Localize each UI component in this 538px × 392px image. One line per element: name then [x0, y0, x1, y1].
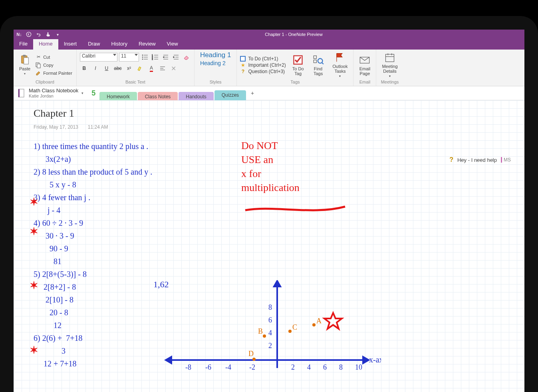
page-canvas[interactable]: Chapter 1 Friday, May 17, 201311:24 AM 1…	[14, 100, 524, 392]
handwriting-red-note: Do NOTUSE anx formultiplication	[241, 139, 300, 195]
eraser-icon[interactable]	[182, 53, 191, 62]
copy-icon	[35, 62, 42, 68]
align-icon[interactable]	[158, 64, 167, 73]
svg-rect-34	[386, 54, 394, 62]
ribbon: Paste ▾ ✂Cut Copy Format Painter Clipboa…	[14, 50, 524, 86]
underline-icon	[241, 204, 353, 216]
section-tabs: HomeworkClass NotesHandoutsQuizzes	[99, 86, 247, 100]
bullet-list-icon[interactable]	[141, 53, 149, 62]
svg-text:-8: -8	[185, 363, 191, 371]
meeting-details-button[interactable]: Meeting Details▾	[379, 51, 400, 79]
red-star-icon: ✶	[30, 279, 38, 292]
font-color-icon[interactable]: A	[147, 64, 156, 73]
tag-item-0[interactable]: To Do (Ctrl+1)	[240, 56, 286, 62]
page-datetime: Friday, May 17, 201311:24 AM	[34, 124, 118, 130]
title-bar: N↓ ▾ Chapter 1 - OneNote Preview	[14, 30, 524, 39]
notebook-selector[interactable]: Math Class Notebook Katie Jordan ▾	[14, 88, 87, 98]
italic-icon[interactable]: I	[91, 64, 100, 73]
red-star-icon: ✶	[30, 196, 38, 208]
svg-text:C: C	[292, 323, 297, 331]
add-section-button[interactable]: +	[247, 88, 258, 98]
envelope-icon	[359, 54, 370, 66]
svg-text:A: A	[316, 317, 322, 325]
menu-home[interactable]: Home	[33, 39, 58, 50]
handwriting-line: 5 x y - 8	[34, 180, 76, 189]
note-text: Hey - I need help	[457, 157, 497, 163]
svg-rect-39	[18, 89, 20, 97]
menu-history[interactable]: History	[106, 39, 133, 50]
menu-file[interactable]: File	[14, 39, 33, 50]
question-icon: ?	[449, 156, 453, 163]
scissors-icon: ✂	[35, 54, 42, 60]
outdent-icon[interactable]	[161, 53, 170, 62]
section-tab-quizzes[interactable]: Quizzes	[214, 90, 246, 101]
ribbon-group-styles: Heading 1 Heading 2 Styles	[195, 50, 237, 86]
number-list-icon[interactable]: 123	[151, 53, 160, 62]
email-page-button[interactable]: Email Page	[357, 54, 373, 77]
handwriting-line: 6) 2(6) + 7+18	[34, 334, 83, 343]
svg-text:B: B	[258, 327, 263, 335]
menu-draw[interactable]: Draw	[82, 39, 105, 50]
strike-icon[interactable]: abc	[113, 64, 122, 73]
subscript-icon[interactable]: x²	[125, 64, 133, 73]
notebook-user: Katie Jordan	[29, 94, 78, 98]
format-painter-button[interactable]: Format Painter	[34, 70, 73, 77]
outlook-tasks-button[interactable]: Outlook Tasks▾	[330, 51, 350, 79]
bold-icon[interactable]: B	[80, 64, 89, 73]
back-icon[interactable]	[26, 31, 32, 38]
page-header: Chapter 1 Friday, May 17, 201311:24 AM	[34, 107, 118, 130]
handwriting-line: 81	[34, 257, 62, 266]
svg-rect-5	[37, 64, 40, 68]
svg-text:-6: -6	[205, 363, 211, 371]
svg-text:-2: -2	[249, 363, 255, 371]
menu-insert[interactable]: Insert	[58, 39, 83, 50]
menu-review[interactable]: Review	[133, 39, 161, 50]
tag-item-2[interactable]: ?Question (Ctrl+3)	[240, 68, 286, 75]
font-size-select[interactable]: 11	[119, 53, 139, 62]
calendar-icon	[384, 52, 395, 63]
menu-view[interactable]: View	[161, 39, 184, 50]
svg-point-56	[312, 323, 316, 326]
indent-icon[interactable]	[172, 53, 181, 62]
style-heading-1[interactable]: Heading 1	[198, 51, 234, 60]
highlight-icon[interactable]	[136, 64, 145, 73]
notebook-icon	[18, 88, 26, 98]
handwriting-line: 3	[34, 346, 66, 356]
notebook-badge: 5	[87, 89, 99, 98]
font-name-select[interactable]: Calibri	[80, 53, 117, 62]
underline-icon[interactable]: U	[102, 64, 111, 73]
note-container[interactable]: ? Hey - I need help MS	[449, 156, 512, 163]
ribbon-group-basic-text: Calibri 11 123 B I U abc x²	[77, 50, 195, 86]
clear-format-icon[interactable]: ✕	[169, 64, 178, 73]
handwriting-line: 2) 8 less than the product of 5 and y .	[34, 167, 152, 177]
svg-point-60	[288, 330, 292, 333]
checkbox-icon	[292, 54, 304, 66]
page-title[interactable]: Chapter 1	[34, 107, 118, 119]
handwriting-line: 12	[34, 321, 62, 330]
ribbon-group-email: Email Page Email	[353, 50, 376, 86]
paste-button[interactable]: Paste ▾	[17, 54, 33, 76]
paste-label: Paste	[19, 66, 30, 71]
cut-button[interactable]: ✂Cut	[34, 54, 73, 61]
notebook-bar: Math Class Notebook Katie Jordan ▾ 5 Hom…	[14, 86, 524, 100]
svg-text:-4: -4	[225, 363, 231, 371]
copy-button[interactable]: Copy	[34, 62, 73, 69]
author-tag: MS	[501, 157, 512, 163]
find-tags-icon	[313, 54, 324, 66]
undo-icon[interactable]	[35, 31, 42, 38]
svg-text:8: 8	[339, 363, 343, 371]
qat-overflow-icon[interactable]: ▾	[54, 31, 61, 38]
svg-rect-2	[23, 55, 26, 57]
svg-text:4: 4	[307, 363, 311, 371]
touch-mode-icon[interactable]	[45, 31, 51, 38]
svg-line-32	[322, 63, 324, 64]
svg-text:x-axis: x-axis	[369, 355, 381, 364]
handwriting-line: 4) 60 ÷ 2 · 3 - 9	[34, 219, 83, 228]
window-title: Chapter 1 - OneNote Preview	[63, 32, 524, 37]
tag-item-1[interactable]: ★Important (Ctrl+2)	[240, 62, 286, 68]
find-tags-button[interactable]: Find Tags	[310, 54, 326, 77]
menubar: FileHomeInsertDrawHistoryReviewView	[14, 39, 524, 50]
todo-tag-button[interactable]: To Do Tag	[290, 54, 306, 77]
style-heading-2[interactable]: Heading 2	[198, 60, 228, 67]
svg-point-6	[142, 55, 143, 56]
